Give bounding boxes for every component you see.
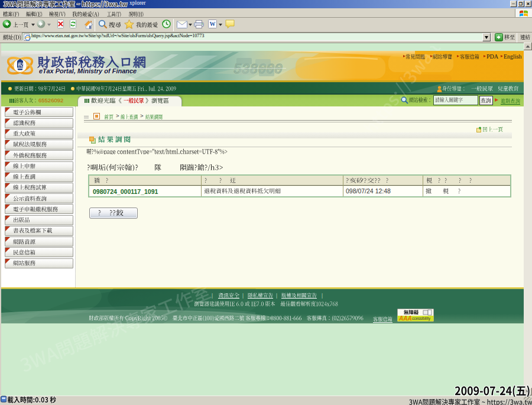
svg-text:AAA: AAA — [398, 315, 412, 322]
svg-text:W: W — [210, 21, 216, 27]
svg-text:ccessibility: ccessibility — [412, 316, 431, 321]
